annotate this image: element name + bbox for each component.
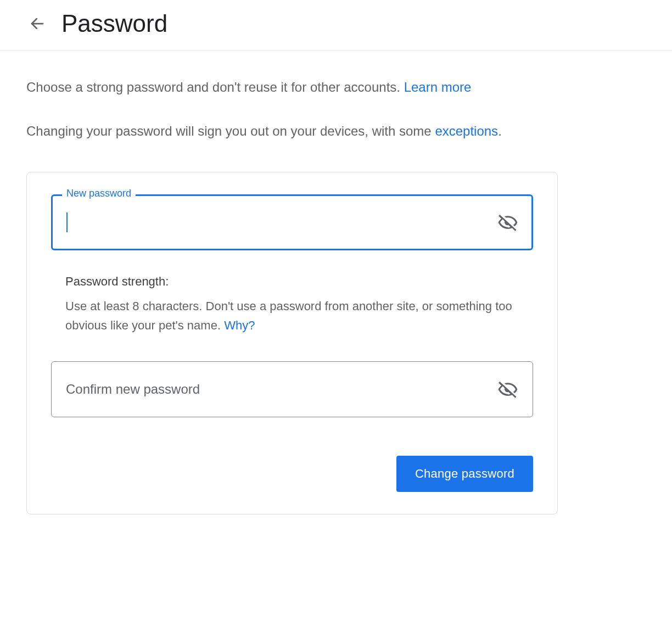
new-password-label: New password (62, 188, 136, 199)
toggle-visibility-confirm[interactable] (496, 377, 520, 401)
text-caret (66, 212, 68, 232)
confirm-password-input[interactable] (51, 361, 533, 417)
learn-more-link[interactable]: Learn more (404, 80, 472, 94)
intro-line-1: Choose a strong password and don't reuse… (26, 77, 558, 97)
password-strength-title: Password strength: (65, 275, 519, 289)
intro-line-2: Changing your password will sign you out… (26, 121, 558, 141)
new-password-field-wrap: New password (51, 194, 533, 250)
content: Choose a strong password and don't reuse… (0, 51, 584, 514)
new-password-field: New password (51, 194, 533, 250)
password-strength-block: Password strength: Use at least 8 charac… (51, 275, 533, 335)
password-card: New password Password strength: Use at l… (26, 172, 558, 514)
strength-desc: Use at least 8 characters. Don't use a p… (65, 299, 512, 332)
exceptions-link[interactable]: exceptions (435, 124, 498, 138)
why-link[interactable]: Why? (224, 318, 255, 332)
eye-off-icon (497, 379, 518, 400)
intro-text-1: Choose a strong password and don't reuse… (26, 80, 404, 94)
confirm-password-field-wrap (51, 361, 533, 417)
actions-row: Change password (51, 456, 533, 492)
page-title: Password (61, 10, 167, 37)
password-strength-text: Use at least 8 characters. Don't use a p… (65, 296, 519, 335)
back-button[interactable] (26, 13, 48, 35)
change-password-button[interactable]: Change password (396, 456, 533, 492)
intro-text-2-after: . (498, 124, 502, 138)
eye-off-icon (497, 212, 518, 233)
intro-text-2: Changing your password will sign you out… (26, 124, 435, 138)
page-header: Password (0, 0, 672, 51)
new-password-input[interactable] (51, 194, 533, 250)
back-arrow-icon (29, 15, 46, 32)
toggle-visibility-new[interactable] (496, 210, 520, 234)
